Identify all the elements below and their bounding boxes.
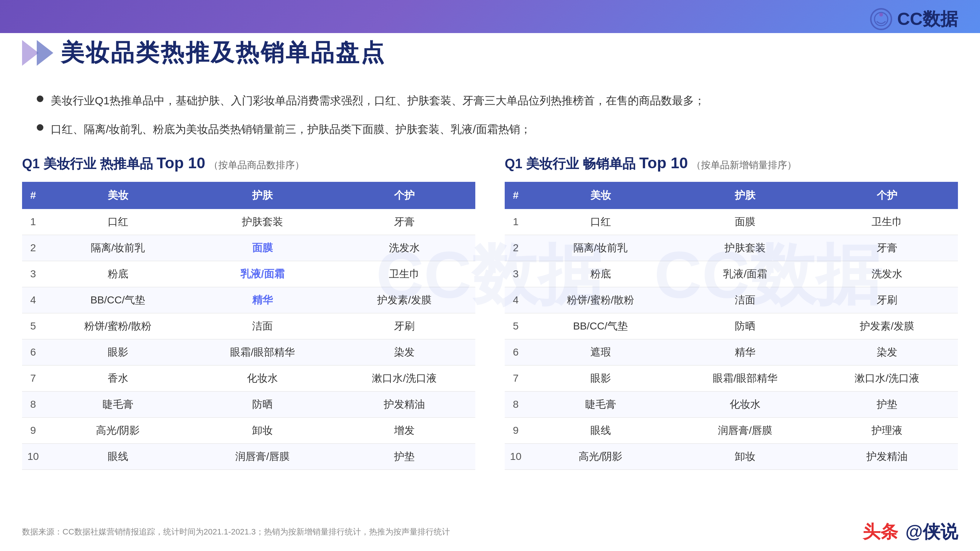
table1-rank-4: 4	[22, 287, 44, 313]
table1-top-label: Top 10	[157, 154, 205, 172]
table1-rank-10: 10	[22, 444, 44, 470]
table2-makeup-4: 粉饼/蜜粉/散粉	[527, 287, 674, 313]
table1: # 美妆 护肤 个护 1 口红 护肤套装 牙膏 2 隔离/妆前乳 面膜 洗发水 …	[22, 182, 475, 470]
table1-title: Q1 美妆行业 热推单品 Top 10 （按单品商品数排序）	[22, 154, 475, 173]
bullet-text-2: 口红、隔离/妆前乳、粉底为美妆品类热销销量前三，护肤品类下面膜、护肤套装、乳液/…	[51, 121, 531, 138]
table2-col-skincare: 护肤	[674, 182, 816, 209]
table1-makeup-7: 香水	[44, 365, 191, 392]
table2-rank-6: 6	[505, 340, 527, 365]
table1-rank-9: 9	[22, 418, 44, 444]
table2-skincare-9: 润唇膏/唇膜	[674, 418, 816, 444]
table2-makeup-5: BB/CC/气垫	[527, 313, 674, 340]
table1-row: 4 BB/CC/气垫 精华 护发素/发膜	[22, 287, 475, 313]
table1-makeup-10: 眼线	[44, 444, 191, 470]
table1-subtitle: （按单品商品数排序）	[209, 159, 304, 171]
table1-rank-7: 7	[22, 365, 44, 392]
table2-skincare-4: 洁面	[674, 287, 816, 313]
table1-col-makeup: 美妆	[44, 182, 191, 209]
table1-row: 3 粉底 乳液/面霜 卫生巾	[22, 261, 475, 287]
table1-makeup-4: BB/CC/气垫	[44, 287, 191, 313]
table2-skincare-1: 面膜	[674, 209, 816, 235]
table2-skincare-5: 防晒	[674, 313, 816, 340]
table2-personal-5: 护发素/发膜	[816, 313, 958, 340]
table2-skincare-3: 乳液/面霜	[674, 261, 816, 287]
table2-rank-1: 1	[505, 209, 527, 235]
table2-skincare-10: 卸妆	[674, 444, 816, 470]
table2-makeup-2: 隔离/妆前乳	[527, 235, 674, 261]
title-section: 美妆品类热推及热销单品盘点	[22, 37, 386, 69]
footer-brand: 头条 @侠说	[863, 520, 958, 544]
title-arrow-1	[22, 40, 38, 66]
table2-makeup-6: 遮瑕	[527, 340, 674, 365]
table1-makeup-1: 口红	[44, 209, 191, 235]
table1-row: 1 口红 护肤套装 牙膏	[22, 209, 475, 235]
tables-container: Q1 美妆行业 热推单品 Top 10 （按单品商品数排序） # 美妆 护肤 个…	[22, 154, 958, 470]
table2-row: 5 BB/CC/气垫 防晒 护发素/发膜	[505, 313, 958, 340]
table1-header-row: # 美妆 护肤 个护	[22, 182, 475, 209]
table1-skincare-1: 护肤套装	[191, 209, 333, 235]
table2-header-row: # 美妆 护肤 个护	[505, 182, 958, 209]
table2-personal-4: 牙刷	[816, 287, 958, 313]
table2-skincare-6: 精华	[674, 340, 816, 365]
table1-skincare-4: 精华	[191, 287, 333, 313]
table2-rank-3: 3	[505, 261, 527, 287]
table1-col-rank: #	[22, 182, 44, 209]
table1-personal-3: 卫生巾	[333, 261, 475, 287]
table2-makeup-3: 粉底	[527, 261, 674, 287]
footer-brand-toutiao: 头条	[863, 520, 898, 544]
table2-personal-2: 牙膏	[816, 235, 958, 261]
svg-point-0	[871, 9, 891, 29]
table1-skincare-10: 润唇膏/唇膜	[191, 444, 333, 470]
table2-makeup-7: 眼影	[527, 365, 674, 392]
bullet-1: 美妆行业Q1热推单品中，基础护肤、入门彩妆单品消费需求强烈，口红、护肤套装、牙膏…	[37, 92, 943, 110]
table2-personal-6: 染发	[816, 340, 958, 365]
table1-rank-5: 5	[22, 313, 44, 340]
logo-text: CC数据	[897, 7, 958, 31]
table2-skincare-8: 化妆水	[674, 392, 816, 418]
table2-rank-5: 5	[505, 313, 527, 340]
table2-row: 10 高光/阴影 卸妆 护发精油	[505, 444, 958, 470]
table2-skincare-2: 护肤套装	[674, 235, 816, 261]
table2: # 美妆 护肤 个护 1 口红 面膜 卫生巾 2 隔离/妆前乳 护肤套装 牙膏 …	[505, 182, 958, 470]
table1-section: Q1 美妆行业 热推单品 Top 10 （按单品商品数排序） # 美妆 护肤 个…	[22, 154, 475, 470]
table1-personal-8: 护发精油	[333, 392, 475, 418]
table1-skincare-2: 面膜	[191, 235, 333, 261]
table2-personal-1: 卫生巾	[816, 209, 958, 235]
table1-personal-9: 增发	[333, 418, 475, 444]
cc-logo-icon	[869, 7, 893, 31]
title-arrow-2	[37, 40, 53, 66]
table2-col-personal: 个护	[816, 182, 958, 209]
table1-personal-1: 牙膏	[333, 209, 475, 235]
bullet-dot-2	[37, 124, 43, 131]
table1-row: 10 眼线 润唇膏/唇膜 护垫	[22, 444, 475, 470]
bullets-section: 美妆行业Q1热推单品中，基础护肤、入门彩妆单品消费需求强烈，口红、护肤套装、牙膏…	[37, 92, 943, 149]
table1-row: 5 粉饼/蜜粉/散粉 洁面 牙刷	[22, 313, 475, 340]
table2-personal-9: 护理液	[816, 418, 958, 444]
table1-skincare-6: 眼霜/眼部精华	[191, 340, 333, 365]
table1-skincare-8: 防晒	[191, 392, 333, 418]
table1-col-skincare: 护肤	[191, 182, 333, 209]
table2-rank-9: 9	[505, 418, 527, 444]
table1-row: 7 香水 化妆水 漱口水/洗口液	[22, 365, 475, 392]
table2-col-rank: #	[505, 182, 527, 209]
table1-rank-1: 1	[22, 209, 44, 235]
table2-skincare-7: 眼霜/眼部精华	[674, 365, 816, 392]
table1-skincare-3: 乳液/面霜	[191, 261, 333, 287]
table2-rank-8: 8	[505, 392, 527, 418]
table1-skincare-7: 化妆水	[191, 365, 333, 392]
table2-title: Q1 美妆行业 畅销单品 Top 10 （按单品新增销量排序）	[505, 154, 958, 173]
table1-row: 8 睫毛膏 防晒 护发精油	[22, 392, 475, 418]
table1-personal-10: 护垫	[333, 444, 475, 470]
table2-makeup-10: 高光/阴影	[527, 444, 674, 470]
table2-makeup-1: 口红	[527, 209, 674, 235]
table1-row: 2 隔离/妆前乳 面膜 洗发水	[22, 235, 475, 261]
table2-subtitle: （按单品新增销量排序）	[692, 159, 797, 171]
table2-row: 7 眼影 眼霜/眼部精华 漱口水/洗口液	[505, 365, 958, 392]
table2-body: 1 口红 面膜 卫生巾 2 隔离/妆前乳 护肤套装 牙膏 3 粉底 乳液/面霜 …	[505, 209, 958, 470]
table2-row: 3 粉底 乳液/面霜 洗发水	[505, 261, 958, 287]
svg-point-2	[879, 13, 883, 16]
table2-row: 4 粉饼/蜜粉/散粉 洁面 牙刷	[505, 287, 958, 313]
table1-skincare-5: 洁面	[191, 313, 333, 340]
table2-personal-7: 漱口水/洗口液	[816, 365, 958, 392]
table2-top-label: Top 10	[639, 154, 688, 172]
